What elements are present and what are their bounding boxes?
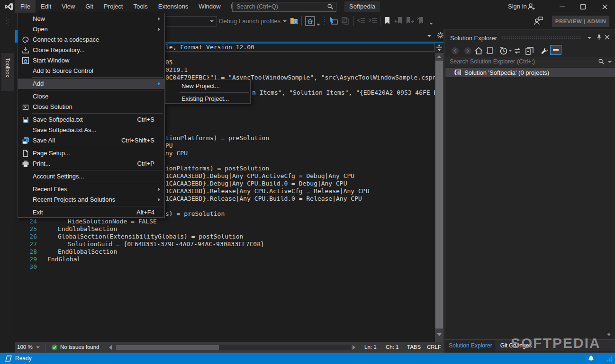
menu-item-start-window[interactable]: Start Window bbox=[18, 55, 164, 66]
menubar-git[interactable]: Git bbox=[80, 0, 99, 13]
global-search-input[interactable]: Search (Ctrl+Q) bbox=[232, 2, 336, 12]
sync-with-active-document-icon[interactable] bbox=[485, 46, 494, 55]
panel-options-dropdown-icon[interactable] bbox=[588, 37, 591, 39]
home-icon[interactable] bbox=[474, 46, 483, 55]
menu-item-save-softpedia-txt[interactable]: Save Softpedia.txtCtrl+S bbox=[18, 115, 164, 125]
editor-vertical-scrollbar[interactable] bbox=[435, 43, 443, 342]
solution-root-node[interactable]: Solution 'Softpedia' (0 projects) bbox=[445, 68, 615, 77]
issues-status-label[interactable]: No issues found bbox=[60, 344, 99, 350]
menu-item-shortcut: Ctrl+Shift+S bbox=[121, 135, 154, 146]
folder-search-icon[interactable] bbox=[290, 17, 299, 25]
navigate-backward-icon[interactable] bbox=[329, 17, 338, 25]
menu-item-existing-project[interactable]: Existing Project... bbox=[165, 94, 250, 104]
horizontal-scroll-thumb[interactable] bbox=[116, 345, 219, 350]
page-setup-icon bbox=[22, 150, 29, 157]
editor-gear-icon[interactable] bbox=[437, 32, 444, 39]
menu-separator bbox=[32, 206, 163, 206]
maximize-button[interactable] bbox=[572, 0, 593, 13]
menu-item-label: Start Window bbox=[33, 55, 69, 66]
menu-item-save-all[interactable]: Save AllCtrl+Shift+S bbox=[18, 135, 164, 146]
toggle-bookmark-icon[interactable] bbox=[384, 17, 390, 25]
collapse-all-icon[interactable] bbox=[525, 46, 534, 55]
pending-changes-filter-icon[interactable] bbox=[498, 46, 508, 55]
menu-item-account-settings[interactable]: Account Settings... bbox=[18, 171, 164, 182]
menu-item-recent-files[interactable]: Recent Files bbox=[18, 184, 164, 195]
solution-explorer-search-input[interactable]: Search Solution Explorer (Ctrl+;) bbox=[445, 57, 615, 67]
toolbox-tab[interactable]: Toolbox bbox=[1, 53, 14, 91]
menu-item-clone-repository[interactable]: Clone Repository... bbox=[18, 45, 164, 55]
tab-git-changes[interactable]: Git Changes bbox=[496, 340, 536, 351]
resize-grip[interactable] bbox=[607, 356, 613, 362]
start-window-toolbar-icon[interactable] bbox=[305, 16, 315, 26]
line-ending-indicator[interactable]: CRLF bbox=[427, 344, 441, 350]
menu-item-add[interactable]: Add bbox=[18, 79, 164, 89]
menu-item-new[interactable]: New bbox=[18, 14, 164, 24]
code-line-fragment: 05 bbox=[165, 59, 173, 66]
refresh-icon[interactable] bbox=[513, 46, 522, 55]
menu-item-new-project[interactable]: New Project... bbox=[165, 81, 250, 91]
menu-item-open[interactable]: Open bbox=[18, 24, 164, 35]
indent-mode-indicator[interactable]: TABS bbox=[407, 344, 421, 350]
code-line-fragment: 1CACAA3EBD}.Release|Any CPU.Build.0 = Re… bbox=[165, 195, 362, 203]
column-indicator[interactable]: Ch: 1 bbox=[386, 344, 399, 350]
menu-item-close[interactable]: Close bbox=[18, 91, 164, 102]
scroll-right-arrow[interactable] bbox=[353, 345, 355, 350]
submenu-arrow-icon bbox=[158, 187, 160, 191]
clone-icon bbox=[22, 46, 29, 54]
send-feedback-icon[interactable] bbox=[534, 16, 543, 26]
menubar-file[interactable]: File bbox=[15, 0, 36, 13]
back-icon-disabled bbox=[450, 46, 460, 55]
menubar-view[interactable]: View bbox=[56, 0, 80, 13]
vertical-scroll-thumb[interactable] bbox=[435, 61, 443, 328]
solution-explorer-panel: Solution Explorer bbox=[445, 30, 615, 353]
preview-admin-button[interactable]: PREVIEW | ADMIN bbox=[552, 16, 609, 27]
account-add-person-icon[interactable] bbox=[527, 3, 535, 11]
scroll-left-arrow[interactable] bbox=[109, 345, 112, 350]
properties-wrench-icon[interactable] bbox=[540, 46, 549, 55]
menu-item-connect-to-a-codespace[interactable]: Connect to a codespace bbox=[18, 35, 164, 45]
menu-item-print[interactable]: Print...Ctrl+P bbox=[18, 159, 164, 169]
background-tasks-icon[interactable] bbox=[4, 355, 12, 362]
menu-separator bbox=[32, 183, 163, 183]
line-number: 24 bbox=[27, 218, 37, 225]
menu-item-close-solution[interactable]: Close Solution bbox=[18, 102, 164, 112]
solution-name-button[interactable]: Softpedia bbox=[344, 1, 380, 12]
submenu-arrow-icon bbox=[158, 27, 160, 31]
code-line-fragment: HideSolutionNode = FALSE bbox=[68, 218, 157, 225]
menubar-window[interactable]: Window bbox=[193, 0, 226, 13]
editor-horizontal-scrollbar[interactable] bbox=[115, 345, 351, 350]
scroll-up-arrow[interactable] bbox=[437, 55, 442, 58]
line-indicator[interactable]: Ln: 1 bbox=[364, 344, 377, 350]
split-editor-handle[interactable] bbox=[435, 43, 443, 53]
notifications-bell-icon[interactable] bbox=[588, 355, 595, 362]
menu-item-page-setup[interactable]: Page Setup... bbox=[18, 148, 164, 159]
menubar-tools[interactable]: Tools bbox=[128, 0, 153, 13]
toolbar-grip-handle[interactable] bbox=[6, 17, 9, 27]
startup-project-combo[interactable] bbox=[165, 16, 217, 27]
menubar-edit[interactable]: Edit bbox=[36, 0, 56, 13]
tab-solution-explorer[interactable]: Solution Explorer bbox=[445, 340, 496, 351]
sign-in-button[interactable]: Sign in bbox=[508, 0, 527, 13]
panel-drag-texture[interactable] bbox=[501, 36, 581, 39]
menubar-project[interactable]: Project bbox=[99, 0, 128, 13]
code-line-fragment: EndGlobalSection bbox=[58, 225, 117, 233]
minimize-button[interactable] bbox=[552, 0, 572, 13]
title-bar: FileEditViewGitProjectToolsExtensionsWin… bbox=[0, 0, 615, 13]
menu-item-save-softpedia-txt-as[interactable]: Save Softpedia.txt As... bbox=[18, 125, 164, 135]
menubar-extensions[interactable]: Extensions bbox=[153, 0, 194, 13]
se-search-icon[interactable] bbox=[598, 58, 605, 65]
document-list-dropdown-icon[interactable] bbox=[427, 35, 431, 37]
menu-item-label: Save All bbox=[33, 135, 55, 146]
preview-selected-items-toggle[interactable] bbox=[550, 45, 561, 55]
editor-zoom-control[interactable]: 100 % bbox=[17, 344, 33, 350]
menu-item-add-to-source-control[interactable]: Add to Source Control bbox=[18, 66, 164, 76]
menu-item-recent-projects-and-solutions[interactable]: Recent Projects and Solutions bbox=[18, 195, 164, 205]
scroll-down-arrow[interactable] bbox=[437, 333, 442, 336]
close-window-button[interactable] bbox=[594, 0, 615, 13]
menu-item-exit[interactable]: ExitAlt+F4 bbox=[18, 207, 164, 218]
close-panel-icon[interactable] bbox=[605, 35, 610, 40]
debug-launch-profiles-label[interactable]: Debug Launch profiles bbox=[219, 18, 280, 25]
clear-bookmarks-icon-disabled bbox=[417, 17, 425, 25]
pin-icon[interactable] bbox=[596, 34, 602, 41]
code-line-fragment: 1CACAA3EBD}.Debug|Any CPU.Build.0 = Debu… bbox=[165, 180, 347, 187]
